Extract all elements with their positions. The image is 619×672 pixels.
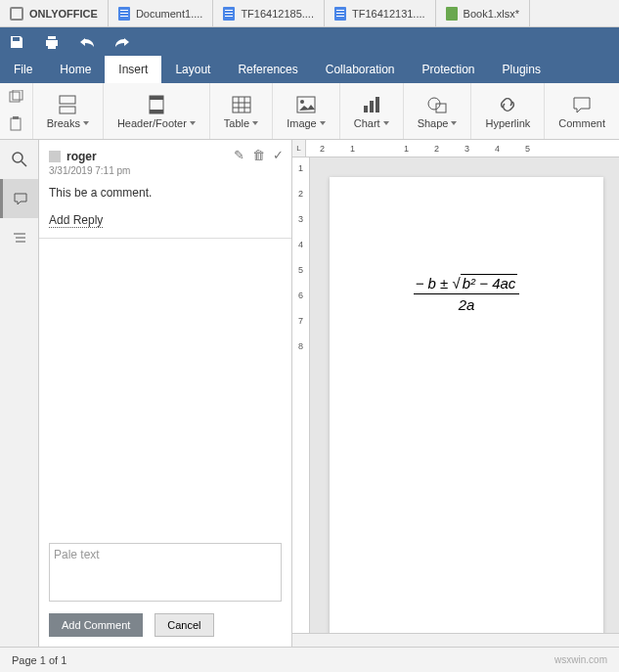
menu-layout[interactable]: Layout xyxy=(161,56,224,83)
menu-insert[interactable]: Insert xyxy=(105,56,161,83)
navigation-icon xyxy=(12,230,27,246)
menu-plugins[interactable]: Plugins xyxy=(489,56,554,83)
table-icon xyxy=(231,94,252,115)
svg-rect-8 xyxy=(150,110,163,113)
ruler-tick: 4 xyxy=(298,240,303,249)
chevron-down-icon xyxy=(83,121,89,125)
svg-rect-9 xyxy=(233,97,250,112)
doc-tab-label: Book1.xlsx* xyxy=(464,8,519,20)
comment-card: ✎ 🗑 ✓ roger 3/31/2019 7:11 pm This be a … xyxy=(39,140,291,239)
print-button[interactable] xyxy=(43,33,61,51)
chevron-down-icon xyxy=(383,121,389,125)
page-indicator: Page 1 of 1 xyxy=(12,654,66,666)
doc-tab-1[interactable]: TF16412185.... xyxy=(213,0,325,26)
sidebar-comments[interactable] xyxy=(0,179,38,218)
document-body: 1 2 3 4 5 6 7 8 − b ± b² − 4ac xyxy=(292,157,619,633)
shape-label: Shape xyxy=(418,117,449,129)
menu-bar: File Home Insert Layout References Colla… xyxy=(0,56,619,83)
ruler-tick: 6 xyxy=(298,291,303,300)
save-button[interactable] xyxy=(8,33,25,51)
comment-label: Comment xyxy=(558,117,605,129)
ruler-tick: 8 xyxy=(298,341,303,351)
svg-rect-2 xyxy=(11,118,21,130)
sidebar-navigation[interactable] xyxy=(0,218,38,257)
ruler-tick: 1 xyxy=(404,144,409,154)
vertical-ruler[interactable]: 1 2 3 4 5 6 7 8 xyxy=(292,157,310,633)
svg-point-21 xyxy=(13,153,22,162)
clipboard-group xyxy=(0,83,33,139)
horizontal-scrollbar[interactable] xyxy=(292,633,619,647)
app-logo-tab[interactable]: ONLYOFFICE xyxy=(0,0,109,26)
chevron-down-icon xyxy=(252,121,258,125)
comment-input-zone: Pale text Add Comment Cancel xyxy=(39,533,291,647)
user-color-icon xyxy=(49,151,61,162)
ruler-tick: 2 xyxy=(298,189,303,199)
svg-rect-18 xyxy=(376,97,379,112)
menu-references[interactable]: References xyxy=(224,56,311,83)
eq-sqrt: b² − 4ac xyxy=(461,274,518,291)
add-reply-link[interactable]: Add Reply xyxy=(49,213,103,228)
header-footer-button[interactable]: Header/Footer xyxy=(104,83,210,139)
doc-tab-label: TF16412185.... xyxy=(241,8,314,20)
chart-label: Chart xyxy=(354,117,380,129)
main-area: ✎ 🗑 ✓ roger 3/31/2019 7:11 pm This be a … xyxy=(0,140,619,647)
ruler-corner: L xyxy=(292,140,306,157)
paste-button[interactable] xyxy=(8,116,23,132)
add-comment-button[interactable]: Add Comment xyxy=(49,613,143,637)
eq-numerator-left: − b ± xyxy=(416,275,449,291)
ruler-tick: 3 xyxy=(298,214,303,224)
comment-author: roger xyxy=(66,150,97,163)
comment-button[interactable]: Comment xyxy=(545,83,619,139)
comment-actions: ✎ 🗑 ✓ xyxy=(234,148,284,162)
svg-rect-17 xyxy=(370,101,374,112)
hyperlink-button[interactable]: Hyperlink xyxy=(471,83,545,139)
comment-date: 3/31/2019 7:11 pm xyxy=(49,165,282,176)
document-tabbar: ONLYOFFICE Document1.... TF16412185.... … xyxy=(0,0,619,27)
horizontal-ruler[interactable]: L 2 1 1 2 3 4 5 xyxy=(292,140,619,157)
copy-button[interactable] xyxy=(8,90,23,104)
comment-text: This be a comment. xyxy=(49,186,282,200)
image-button[interactable]: Image xyxy=(273,83,340,139)
doc-tab-3[interactable]: Book1.xlsx* xyxy=(436,0,530,26)
breaks-button[interactable]: Breaks xyxy=(33,83,104,139)
cancel-comment-button[interactable]: Cancel xyxy=(155,613,213,637)
document-page[interactable]: − b ± b² − 4ac 2a xyxy=(330,177,603,633)
svg-rect-5 xyxy=(60,107,75,113)
menu-file[interactable]: File xyxy=(0,56,46,83)
header-footer-icon xyxy=(146,94,167,115)
edit-comment-icon[interactable]: ✎ xyxy=(234,148,244,162)
doc-tab-label: Document1.... xyxy=(136,8,202,20)
shape-button[interactable]: Shape xyxy=(404,83,472,139)
delete-comment-icon[interactable]: 🗑 xyxy=(252,148,265,162)
ruler-tick: 5 xyxy=(525,144,530,154)
document-icon xyxy=(334,7,346,21)
chart-button[interactable]: Chart xyxy=(340,83,404,139)
table-label: Table xyxy=(224,117,249,129)
equation[interactable]: − b ± b² − 4ac 2a xyxy=(349,275,584,313)
insert-ribbon: Breaks Header/Footer Table Image Chart S… xyxy=(0,83,619,140)
menu-protection[interactable]: Protection xyxy=(409,56,489,83)
svg-point-15 xyxy=(300,100,304,104)
quick-access-toolbar xyxy=(0,27,619,56)
ruler-tick: 4 xyxy=(495,144,500,154)
undo-button[interactable] xyxy=(78,33,96,51)
shape-icon xyxy=(426,94,448,115)
svg-rect-3 xyxy=(13,116,19,119)
header-footer-label: Header/Footer xyxy=(117,117,187,129)
ruler-tick: 5 xyxy=(298,265,303,275)
resolve-comment-icon[interactable]: ✓ xyxy=(273,148,284,162)
left-sidebar xyxy=(0,140,39,647)
doc-tab-2[interactable]: TF16412131.... xyxy=(325,0,436,26)
page-viewport[interactable]: − b ± b² − 4ac 2a xyxy=(310,157,619,633)
chevron-down-icon xyxy=(451,121,457,125)
menu-home[interactable]: Home xyxy=(46,56,105,83)
menu-collaboration[interactable]: Collaboration xyxy=(312,56,409,83)
redo-button[interactable] xyxy=(113,33,131,51)
doc-tab-0[interactable]: Document1.... xyxy=(109,0,213,26)
onlyoffice-logo-icon xyxy=(10,7,23,21)
doc-tab-label: TF16412131.... xyxy=(352,8,425,20)
comment-textarea[interactable]: Pale text xyxy=(49,543,282,602)
ruler-tick: 1 xyxy=(350,144,355,154)
sidebar-search[interactable] xyxy=(0,140,38,179)
table-button[interactable]: Table xyxy=(210,83,273,139)
